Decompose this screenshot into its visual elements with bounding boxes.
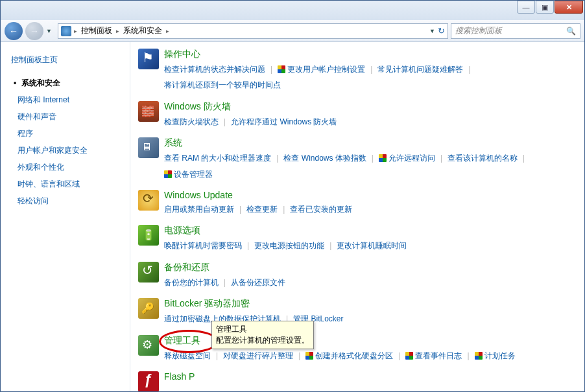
backup-icon bbox=[138, 262, 159, 282]
shield-icon bbox=[405, 352, 413, 360]
tooltip-desc: 配置您计算机的管理设置。 bbox=[216, 336, 309, 345]
sidebar-home[interactable]: 控制面板主页 bbox=[11, 51, 123, 68]
link-check-status[interactable]: 检查计算机的状态并解决问题 bbox=[164, 63, 265, 76]
close-button[interactable]: ✕ bbox=[555, 1, 583, 14]
breadcrumb-sep-icon[interactable]: ▸ bbox=[116, 28, 119, 34]
sidebar-item-ease-of-access[interactable]: 轻松访问 bbox=[11, 192, 123, 209]
link-restore-files[interactable]: 从备份还原文件 bbox=[231, 276, 285, 289]
link-free-disk-space[interactable]: 释放磁盘空间 bbox=[164, 349, 211, 362]
shield-icon bbox=[164, 170, 172, 178]
link-device-manager[interactable]: 设备管理器 bbox=[164, 168, 213, 181]
category-windows-update: Windows Update 启用或禁用自动更新| 检查更新| 查看已安装的更新 bbox=[138, 190, 577, 216]
breadcrumb-sep-icon[interactable]: ▸ bbox=[74, 28, 77, 34]
admin-tools-icon bbox=[138, 335, 159, 356]
link-auto-update[interactable]: 启用或禁用自动更新 bbox=[164, 203, 234, 216]
search-placeholder: 搜索控制面板 bbox=[455, 25, 502, 36]
link-power-button[interactable]: 更改电源按钮的功能 bbox=[254, 239, 324, 252]
tooltip-admin-tools: 管理工具 配置您计算机的管理设置。 bbox=[211, 321, 314, 349]
link-scheduled-tasks[interactable]: 计划任务 bbox=[475, 349, 516, 362]
refresh-button[interactable]: ↻ bbox=[438, 26, 445, 36]
breadcrumb-system-security[interactable]: 系统和安全 bbox=[122, 25, 163, 36]
sidebar-item-programs[interactable]: 程序 bbox=[11, 125, 123, 142]
link-restore-earlier[interactable]: 将计算机还原到一个较早的时间点 bbox=[164, 78, 281, 91]
windows-update-icon bbox=[138, 190, 159, 211]
link-installed-updates[interactable]: 查看已安装的更新 bbox=[290, 203, 352, 216]
link-ram-cpu[interactable]: 查看 RAM 的大小和处理器速度 bbox=[164, 152, 271, 165]
breadcrumb-sep-icon[interactable]: ▸ bbox=[166, 28, 169, 34]
windows-update-heading[interactable]: Windows Update bbox=[164, 190, 577, 200]
link-backup-computer[interactable]: 备份您的计算机 bbox=[164, 276, 219, 289]
category-action-center: 操作中心 检查计算机的状态并解决问题| 更改用户帐户控制设置| 常见计算机问题疑… bbox=[138, 49, 577, 92]
bitlocker-icon bbox=[138, 298, 159, 319]
bitlocker-heading[interactable]: BitLocker 驱动器加密 bbox=[164, 298, 577, 310]
search-input[interactable]: 搜索控制面板 🔍 bbox=[451, 23, 580, 39]
nav-history-dropdown[interactable]: ▼ bbox=[46, 28, 55, 34]
search-icon: 🔍 bbox=[566, 27, 576, 36]
address-bar[interactable]: ▸ 控制面板 ▸ 系统和安全 ▸ ▼ ↻ bbox=[58, 23, 448, 39]
maximize-button[interactable]: ▣ bbox=[536, 1, 554, 14]
system-icon bbox=[138, 137, 159, 158]
sidebar: 控制面板主页 系统和安全 网络和 Internet 硬件和声音 程序 用户帐户和… bbox=[1, 42, 130, 391]
link-firewall-allow[interactable]: 允许程序通过 Windows 防火墙 bbox=[231, 115, 337, 128]
power-icon bbox=[138, 225, 159, 246]
link-event-log[interactable]: 查看事件日志 bbox=[405, 349, 462, 362]
control-panel-icon bbox=[61, 26, 71, 36]
main-content: 操作中心 检查计算机的状态并解决问题| 更改用户帐户控制设置| 常见计算机问题疑… bbox=[130, 42, 584, 391]
link-sleep-time[interactable]: 更改计算机睡眠时间 bbox=[337, 239, 407, 252]
category-bitlocker: BitLocker 驱动器加密 通过加密磁盘上的数据保护计算机| 管理 BitL… bbox=[138, 298, 577, 325]
link-uac-settings[interactable]: 更改用户帐户控制设置 bbox=[278, 63, 365, 76]
titlebar: — ▣ ✕ bbox=[1, 1, 584, 20]
firewall-heading[interactable]: Windows 防火墙 bbox=[164, 101, 577, 113]
power-heading[interactable]: 电源选项 bbox=[164, 225, 577, 236]
sidebar-item-user-accounts[interactable]: 用户帐户和家庭安全 bbox=[11, 142, 123, 159]
flash-heading[interactable]: Flash P bbox=[164, 371, 577, 382]
tooltip-title: 管理工具 bbox=[216, 325, 247, 334]
control-panel-window: — ▣ ✕ ← → ▼ ▸ 控制面板 ▸ 系统和安全 ▸ ▼ ↻ 搜索控制面板 … bbox=[0, 0, 585, 392]
address-dropdown-icon[interactable]: ▼ bbox=[429, 28, 435, 34]
firewall-icon bbox=[138, 101, 159, 122]
category-system: 系统 查看 RAM 的大小和处理器速度| 检查 Windows 体验指数| 允许… bbox=[138, 137, 577, 181]
system-heading[interactable]: 系统 bbox=[164, 137, 577, 149]
flash-icon bbox=[138, 371, 159, 391]
shield-icon bbox=[379, 154, 387, 162]
sidebar-item-network[interactable]: 网络和 Internet bbox=[11, 91, 123, 108]
sidebar-item-system-security[interactable]: 系统和安全 bbox=[11, 75, 123, 91]
breadcrumb-control-panel[interactable]: 控制面板 bbox=[80, 25, 113, 36]
link-firewall-status[interactable]: 检查防火墙状态 bbox=[164, 115, 219, 128]
category-firewall: Windows 防火墙 检查防火墙状态| 允许程序通过 Windows 防火墙 bbox=[138, 101, 577, 128]
sidebar-item-appearance[interactable]: 外观和个性化 bbox=[11, 159, 123, 176]
category-admin-tools: 管理工具 释放磁盘空间| 对硬盘进行碎片整理| 创建并格式化硬盘分区| 查看事件… bbox=[138, 335, 577, 362]
category-backup: 备份和还原 备份您的计算机| 从备份还原文件 bbox=[138, 262, 577, 289]
navigation-toolbar: ← → ▼ ▸ 控制面板 ▸ 系统和安全 ▸ ▼ ↻ 搜索控制面板 🔍 bbox=[1, 20, 584, 42]
action-center-icon bbox=[138, 49, 159, 69]
link-troubleshoot[interactable]: 常见计算机问题疑难解答 bbox=[377, 63, 463, 76]
back-button[interactable]: ← bbox=[5, 22, 23, 40]
link-check-update[interactable]: 检查更新 bbox=[246, 203, 278, 216]
link-experience-index[interactable]: 检查 Windows 体验指数 bbox=[283, 152, 366, 165]
link-create-format-partition[interactable]: 创建并格式化硬盘分区 bbox=[305, 349, 393, 362]
category-power: 电源选项 唤醒计算机时需要密码| 更改电源按钮的功能| 更改计算机睡眠时间 bbox=[138, 225, 577, 252]
category-flash: Flash P bbox=[138, 371, 577, 391]
shield-icon bbox=[305, 352, 313, 360]
minimize-button[interactable]: — bbox=[517, 1, 535, 14]
shield-icon bbox=[278, 65, 285, 73]
link-defrag[interactable]: 对硬盘进行碎片整理 bbox=[223, 349, 293, 362]
backup-heading[interactable]: 备份和还原 bbox=[164, 262, 577, 273]
action-center-heading[interactable]: 操作中心 bbox=[164, 49, 577, 60]
sidebar-item-clock-lang[interactable]: 时钟、语言和区域 bbox=[11, 176, 123, 192]
forward-button[interactable]: → bbox=[25, 22, 43, 40]
sidebar-item-hardware-sound[interactable]: 硬件和声音 bbox=[11, 108, 123, 125]
shield-icon bbox=[475, 352, 483, 360]
link-remote-access[interactable]: 允许远程访问 bbox=[379, 152, 435, 165]
link-computer-name[interactable]: 查看该计算机的名称 bbox=[448, 152, 518, 165]
link-wake-password[interactable]: 唤醒计算机时需要密码 bbox=[164, 239, 242, 252]
